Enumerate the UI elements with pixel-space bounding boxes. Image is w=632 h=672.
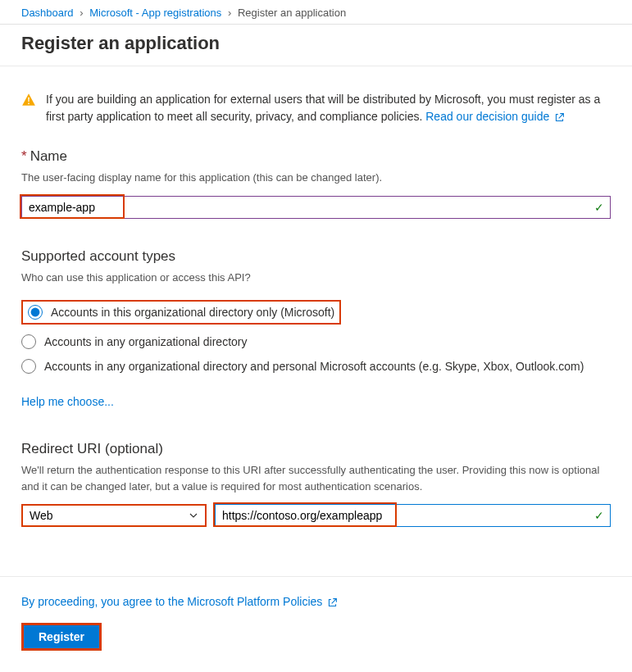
- account-type-radio-single-org[interactable]: [28, 305, 43, 320]
- redirect-type-select[interactable]: Web: [23, 506, 205, 525]
- breadcrumb-dashboard-link[interactable]: Dashboard: [21, 7, 74, 19]
- external-link-icon: [554, 112, 565, 123]
- account-type-radio-any-org[interactable]: [21, 334, 36, 349]
- account-types-description: Who can use this application or access t…: [21, 270, 611, 286]
- redirect-uri-input[interactable]: [215, 504, 611, 527]
- required-asterisk-icon: *: [21, 148, 27, 164]
- chevron-right-icon: ›: [80, 7, 83, 19]
- name-input[interactable]: [21, 196, 611, 219]
- help-me-choose-link[interactable]: Help me choose...: [21, 395, 114, 408]
- breadcrumb: Dashboard › Microsoft - App registration…: [0, 0, 632, 25]
- page-title: Register an application: [0, 25, 632, 66]
- name-description: The user-facing display name for this ap…: [21, 170, 611, 186]
- checkmark-icon: ✓: [594, 201, 604, 214]
- footer: By proceeding, you agree to the Microsof…: [0, 576, 632, 669]
- checkmark-icon: ✓: [594, 509, 604, 522]
- name-label: *Name: [21, 148, 611, 165]
- external-link-icon: [327, 597, 338, 608]
- account-type-radio-any-personal[interactable]: [21, 359, 36, 374]
- highlight-box: Register: [21, 623, 102, 651]
- info-banner: If you are building an application for e…: [21, 91, 611, 125]
- redirect-uri-label: Redirect URI (optional): [21, 441, 611, 457]
- account-types-label: Supported account types: [21, 248, 611, 265]
- breadcrumb-app-registrations-link[interactable]: Microsoft - App registrations: [89, 7, 221, 19]
- account-types-radio-group: Accounts in this organizational director…: [21, 295, 611, 379]
- breadcrumb-current: Register an application: [238, 7, 346, 19]
- decision-guide-link[interactable]: Read our decision guide: [425, 110, 565, 123]
- warning-icon: [21, 93, 36, 107]
- platform-policies-link[interactable]: By proceeding, you agree to the Microsof…: [21, 595, 338, 608]
- register-button[interactable]: Register: [24, 625, 99, 648]
- redirect-uri-description: We'll return the authentication response…: [21, 462, 611, 494]
- account-type-label-single-org[interactable]: Accounts in this organizational director…: [51, 306, 334, 319]
- chevron-right-icon: ›: [228, 7, 231, 19]
- account-type-label-any-org[interactable]: Accounts in any organizational directory: [44, 335, 247, 348]
- account-type-label-any-personal[interactable]: Accounts in any organizational directory…: [44, 360, 584, 373]
